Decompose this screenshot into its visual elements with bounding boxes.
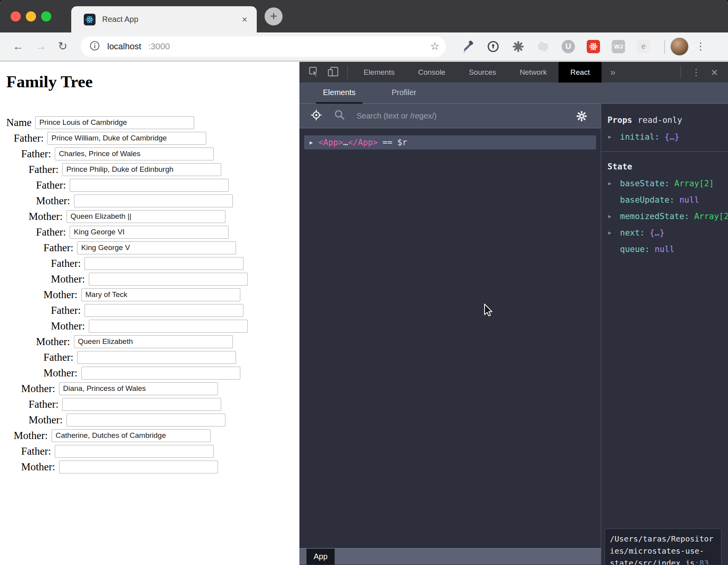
toolbar-divider bbox=[664, 40, 665, 54]
father-input[interactable] bbox=[70, 226, 229, 239]
expand-triangle-icon[interactable]: ▶ bbox=[608, 129, 611, 145]
dollar-r-hint: == $r bbox=[382, 138, 407, 147]
browser-tab-react-app[interactable]: React App × bbox=[71, 6, 257, 32]
state-row: queue: null bbox=[607, 241, 728, 257]
mother-input[interactable] bbox=[81, 288, 240, 301]
devtools-tab-network[interactable]: Network bbox=[508, 62, 559, 83]
state-key: queue: bbox=[620, 245, 650, 254]
wj-extension-icon[interactable]: WJ bbox=[612, 40, 625, 53]
family-tree-row: Mother: bbox=[14, 428, 299, 443]
mother-input[interactable] bbox=[67, 210, 225, 223]
owner-badge-app[interactable]: App bbox=[306, 549, 335, 565]
search-input[interactable] bbox=[356, 111, 601, 121]
swirl-extension-icon[interactable] bbox=[537, 40, 550, 53]
back-button[interactable]: ← bbox=[13, 41, 22, 52]
close-traffic-light[interactable] bbox=[11, 11, 21, 22]
prop-key: initial: bbox=[620, 132, 660, 142]
mother-input[interactable] bbox=[89, 320, 248, 333]
new-tab-button[interactable]: + bbox=[265, 7, 283, 25]
ember-extension-icon[interactable]: e bbox=[637, 40, 650, 53]
mother-label: Mother: bbox=[51, 273, 85, 285]
prop-value: {…} bbox=[660, 132, 679, 142]
react-tree-column: ▶ <App>…</App> == $r App bbox=[299, 104, 601, 565]
family-tree-row: Father: bbox=[29, 396, 299, 412]
tree-row-app[interactable]: ▶ <App>…</App> == $r bbox=[304, 135, 596, 149]
browser-menu-icon[interactable]: ⋮ bbox=[696, 40, 706, 52]
mother-label: Mother: bbox=[51, 320, 85, 332]
eyedropper-extension-icon[interactable] bbox=[461, 40, 475, 53]
mother-input[interactable] bbox=[59, 461, 218, 473]
father-input[interactable] bbox=[47, 132, 206, 145]
family-tree-row: Mother: bbox=[36, 193, 299, 209]
react-tab-profiler[interactable]: Profiler bbox=[384, 83, 423, 103]
mother-input[interactable] bbox=[81, 367, 240, 380]
zoom-traffic-light[interactable] bbox=[41, 11, 51, 22]
tab-close-icon[interactable]: × bbox=[242, 15, 247, 24]
name-input[interactable] bbox=[35, 116, 194, 129]
bookmark-star-icon[interactable]: ☆ bbox=[430, 41, 440, 52]
mother-input[interactable] bbox=[89, 273, 248, 286]
site-info-icon[interactable] bbox=[89, 40, 100, 53]
father-input[interactable] bbox=[55, 445, 214, 458]
select-element-target-icon[interactable] bbox=[310, 109, 322, 122]
devtools-tab-elements[interactable]: Elements bbox=[352, 62, 406, 83]
mother-input[interactable] bbox=[74, 335, 233, 348]
profile-avatar[interactable] bbox=[670, 38, 688, 56]
onepassword-extension-icon[interactable] bbox=[487, 40, 500, 53]
device-toolbar-icon[interactable] bbox=[327, 66, 339, 79]
expand-triangle-icon[interactable]: ▶ bbox=[608, 225, 611, 241]
mother-input[interactable] bbox=[67, 414, 225, 426]
page-title: Family Tree bbox=[6, 72, 299, 91]
source-line-number: :83 bbox=[695, 558, 709, 565]
props-readonly-label: read-only bbox=[638, 115, 682, 125]
inspect-element-icon[interactable] bbox=[308, 66, 320, 79]
minimize-traffic-light[interactable] bbox=[26, 11, 36, 22]
url-bar[interactable]: localhost :3000 ☆ bbox=[81, 36, 446, 57]
reload-button[interactable]: ↻ bbox=[58, 41, 67, 52]
father-label: Father: bbox=[51, 304, 81, 317]
father-label: Father: bbox=[43, 242, 73, 254]
father-input[interactable] bbox=[70, 179, 229, 192]
devtools-menu-icon[interactable]: ⋮ bbox=[691, 67, 701, 78]
family-tree-row: Father: bbox=[21, 146, 299, 162]
mouse-cursor bbox=[484, 304, 494, 317]
app-open-tag: <App> bbox=[318, 138, 343, 147]
expand-triangle-icon[interactable]: ▶ bbox=[608, 208, 611, 225]
source-path-file: state/src/index.js bbox=[610, 558, 695, 565]
tab-title: React App bbox=[102, 15, 242, 24]
devtools-tab-console[interactable]: Console bbox=[406, 62, 457, 83]
father-label: Father: bbox=[21, 148, 51, 160]
father-input[interactable] bbox=[62, 163, 221, 176]
forward-button[interactable]: → bbox=[35, 41, 45, 52]
father-input[interactable] bbox=[77, 241, 236, 254]
react-tab-elements[interactable]: Elements bbox=[316, 83, 362, 103]
more-tabs-icon[interactable]: » bbox=[610, 67, 615, 78]
devtools-tab-react[interactable]: React bbox=[559, 62, 602, 83]
app-close-tag: </App> bbox=[348, 138, 378, 147]
traffic-lights bbox=[11, 11, 56, 22]
gear-extension-icon[interactable] bbox=[512, 40, 525, 53]
devtools-panel: ElementsConsoleSourcesNetworkReact » ⋮ ×… bbox=[299, 62, 728, 565]
expand-triangle-icon[interactable]: ▶ bbox=[310, 139, 313, 146]
father-input[interactable] bbox=[77, 351, 236, 364]
mother-input[interactable] bbox=[59, 382, 218, 395]
father-input[interactable] bbox=[85, 257, 243, 270]
family-tree-row: Father: bbox=[43, 240, 299, 256]
u-extension-icon[interactable]: U bbox=[562, 40, 575, 53]
father-input[interactable] bbox=[55, 148, 214, 160]
father-input[interactable] bbox=[85, 304, 243, 317]
extensions-row: UWJe bbox=[461, 40, 650, 53]
component-source-path[interactable]: /Users/taras/Repositor ies/microstates-u… bbox=[604, 528, 722, 565]
state-row: ▶baseState: Array[2] bbox=[607, 175, 728, 192]
mother-input[interactable] bbox=[74, 194, 233, 207]
devtools-tab-sources[interactable]: Sources bbox=[457, 62, 508, 83]
react-search-bar bbox=[299, 104, 601, 128]
settings-gear-icon[interactable] bbox=[576, 111, 587, 123]
expand-triangle-icon[interactable]: ▶ bbox=[608, 175, 611, 192]
react-devtools-extension-icon[interactable] bbox=[587, 40, 600, 53]
react-devtools-body: ▶ <App>…</App> == $r App Propsread-only … bbox=[299, 104, 728, 565]
mother-label: Mother: bbox=[43, 289, 77, 301]
father-input[interactable] bbox=[62, 398, 221, 411]
devtools-close-icon[interactable]: × bbox=[711, 67, 718, 78]
mother-input[interactable] bbox=[52, 429, 211, 442]
